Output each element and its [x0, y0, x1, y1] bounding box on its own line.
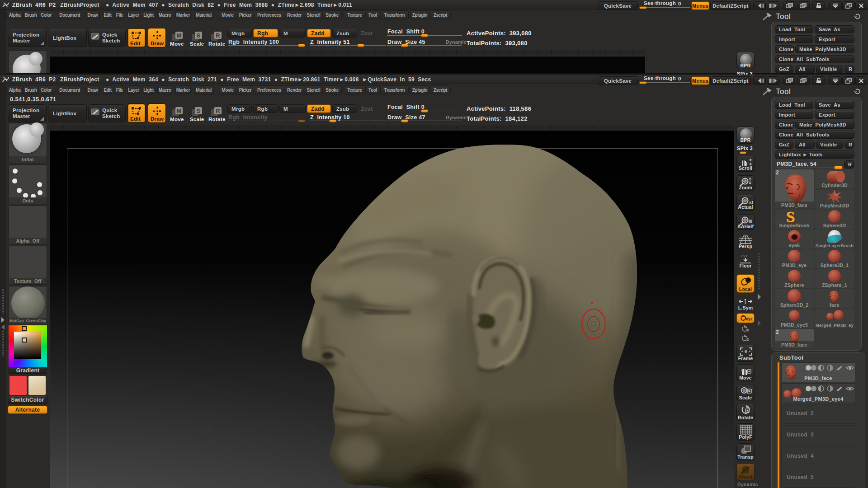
svg-text:S: S — [197, 108, 201, 114]
svg-text:S: S — [197, 32, 201, 39]
svg-text:M: M — [177, 32, 182, 39]
svg-text:M: M — [177, 108, 182, 114]
svg-text:R: R — [216, 32, 220, 39]
svg-text:xyz: xyz — [745, 316, 753, 321]
svg-text:y: y — [747, 328, 749, 332]
svg-text:x y z: x y z — [741, 254, 748, 258]
svg-text:z: z — [747, 337, 749, 342]
svg-text:R: R — [216, 108, 220, 114]
